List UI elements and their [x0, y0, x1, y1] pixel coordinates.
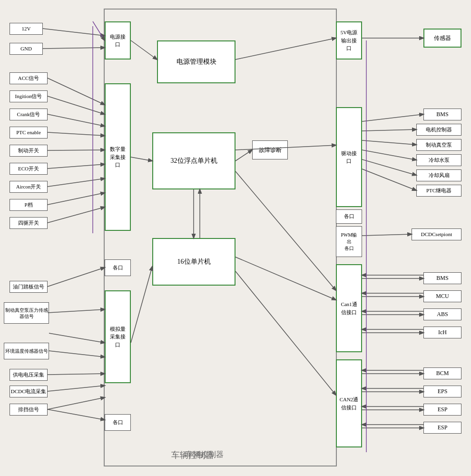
input-brake-sw: 制动开关 [10, 145, 48, 157]
svg-line-14 [49, 351, 105, 357]
output-bms-drive: BMS [423, 109, 461, 120]
module-power-mgmt: 电源管理模块 [157, 40, 236, 83]
diagram: 车辆控制器 12V GND ACC信号 Ingition信号 Crank信号 P… [0, 0, 471, 476]
svg-line-32 [362, 129, 416, 131]
svg-line-9 [48, 193, 105, 205]
iface-can2: CAN2通信接口 [336, 359, 362, 447]
output-can1-mcu: MCU [423, 290, 461, 302]
iface-pwm-out: PWM输出各口 [336, 226, 362, 257]
iface-can1: Can1通信接口 [336, 264, 362, 352]
iface-drive: 驱动接口 [336, 107, 362, 207]
input-4wd-sw: 四驱开关 [10, 217, 48, 229]
iface-misc-left2: 各口 [105, 414, 131, 431]
output-motor-ctrl: 电机控制器 [416, 124, 461, 136]
svg-line-17 [48, 397, 105, 409]
input-gnd: GND [10, 43, 43, 55]
svg-line-6 [48, 150, 105, 150]
output-can2-esp1: ESP [423, 404, 461, 416]
svg-line-33 [362, 140, 416, 145]
svg-line-12 [48, 309, 105, 313]
svg-line-35 [362, 159, 416, 175]
iface-misc-right1: 各口 [336, 209, 362, 224]
svg-line-36 [362, 169, 416, 190]
input-throttle: 油门踏板信号 [10, 281, 48, 293]
output-cool-fan: 冷却风扇 [416, 169, 461, 181]
output-ptc-relay: PTC继电器 [416, 185, 461, 197]
svg-line-3 [48, 96, 105, 114]
input-voltage: 供电电压采集 [10, 369, 48, 381]
output-can2-bcm: BCM [423, 367, 461, 379]
svg-line-7 [48, 164, 105, 169]
vehicle-controller-label: 车辆控制器 [186, 450, 224, 460]
input-vacuum: 制动真空泵压力传感器信号 [4, 302, 49, 324]
iface-analog: 模拟量采集接口 [105, 290, 131, 383]
svg-line-13 [49, 333, 105, 343]
module-32bit-mcu: 32位浮点单片机 [152, 132, 236, 189]
svg-line-16 [48, 386, 105, 391]
output-can1-icm: IcH [423, 327, 461, 338]
svg-line-11 [48, 268, 105, 287]
input-acc: ACC信号 [10, 72, 48, 84]
output-can1-bms: BMS [423, 272, 461, 284]
module-fault-diag: 故障诊断 [252, 140, 288, 159]
svg-line-34 [362, 150, 416, 160]
svg-line-2 [48, 78, 105, 105]
svg-line-15 [48, 374, 105, 375]
iface-misc-left1: 各口 [105, 259, 131, 276]
module-16bit-mcu: 16位单片机 [152, 238, 236, 286]
iface-power: 电源接口 [105, 21, 131, 60]
input-gear-signal: 排挡信号 [10, 404, 48, 416]
input-ptc-enable: PTC enable [10, 127, 48, 139]
iface-5v-out: 5V电源输出接口 [336, 21, 362, 60]
svg-line-5 [48, 132, 105, 136]
input-aircon-sw: Aircon开关 [10, 181, 48, 193]
input-12v: 12V [10, 23, 43, 35]
svg-line-8 [48, 178, 105, 187]
input-p-gear: P档 [10, 199, 48, 211]
svg-line-10 [48, 207, 105, 223]
output-brake-vacuum: 制动真空泵 [416, 139, 461, 151]
input-ignition: Ingition信号 [10, 90, 48, 102]
input-eco-sw: ECO开关 [10, 163, 48, 175]
svg-line-18 [48, 409, 105, 420]
svg-line-31 [362, 114, 423, 121]
output-can2-eps: EPS [423, 386, 461, 397]
svg-line-55 [93, 21, 105, 40]
svg-line-4 [48, 114, 105, 126]
output-cool-pump: 冷却水泵 [416, 154, 461, 166]
output-dcdc-set: DCDCsetpiont [412, 228, 461, 240]
output-can2-esp2: ESP [423, 422, 461, 434]
output-can1-abs: ABS [423, 308, 461, 320]
svg-line-37 [362, 234, 412, 236]
input-dcdc-current: DCDC电流采集 [10, 386, 48, 397]
input-crank: Crank信号 [10, 109, 48, 120]
iface-digital: 数字量采集接口 [105, 83, 131, 231]
output-sensor: 传感器 [423, 29, 461, 48]
svg-line-1 [43, 48, 105, 49]
input-temp: 环境温度传感器信号 [4, 343, 49, 359]
svg-line-0 [43, 29, 105, 36]
